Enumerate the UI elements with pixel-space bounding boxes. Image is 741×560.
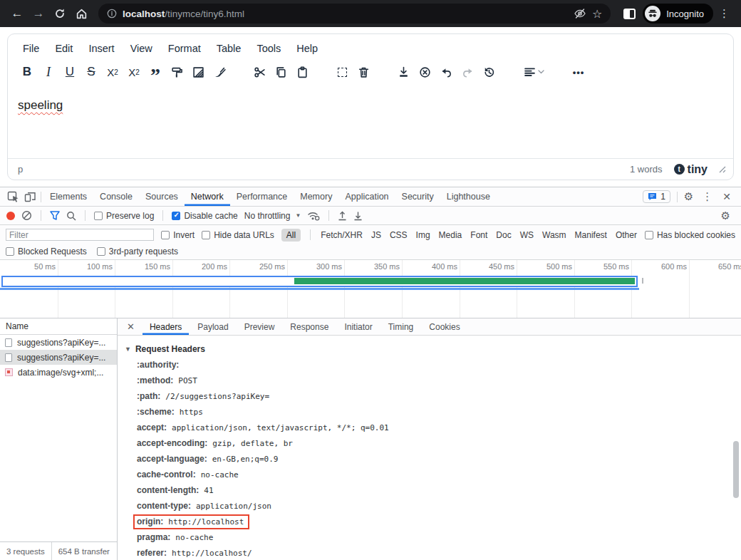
issues-counter[interactable]: 1 <box>643 190 670 203</box>
filter-type-media[interactable]: Media <box>438 229 463 242</box>
devtools-menu-icon[interactable]: ⋮ <box>698 190 717 203</box>
disclosure-triangle-icon[interactable]: ▼ <box>125 346 131 353</box>
tab-preview[interactable]: Preview <box>237 318 282 335</box>
blockquote-button[interactable]: ” <box>145 61 166 83</box>
menu-view[interactable]: View <box>124 40 159 57</box>
redo-button[interactable] <box>457 61 478 83</box>
filter-type-wasm[interactable]: Wasm <box>542 229 567 242</box>
preserve-log-option[interactable]: Preserve log <box>94 211 154 221</box>
tab-security[interactable]: Security <box>395 187 440 206</box>
search-network-icon[interactable] <box>66 211 76 221</box>
bookmark-star-icon[interactable]: ☆ <box>592 7 602 21</box>
filter-type-ws[interactable]: WS <box>519 229 534 242</box>
throttling-dropdown[interactable]: No throttling ▼ <box>244 211 301 221</box>
image-frame-button[interactable] <box>187 61 209 83</box>
disable-cache-option[interactable]: Disable cache <box>172 211 237 221</box>
has-blocked-cookies-checkbox[interactable] <box>645 231 653 239</box>
tiny-branding[interactable]: t tiny <box>674 163 708 176</box>
third-party-requests-option[interactable]: 3rd-party requests <box>97 247 178 256</box>
filter-type-js[interactable]: JS <box>370 229 382 242</box>
close-details-icon[interactable]: ✕ <box>120 321 141 332</box>
reload-icon[interactable] <box>50 4 70 24</box>
tab-application[interactable]: Application <box>338 187 395 206</box>
devtools-settings-icon[interactable]: ⚙ <box>680 190 698 203</box>
network-settings-icon[interactable]: ⚙ <box>717 209 735 222</box>
filter-type-manifest[interactable]: Manifest <box>574 229 608 242</box>
inspect-element-icon[interactable] <box>4 190 21 204</box>
filter-icon[interactable] <box>50 211 60 220</box>
strikethrough-button[interactable]: S <box>81 61 102 83</box>
word-count[interactable]: 1 words <box>630 164 663 175</box>
menu-tools[interactable]: Tools <box>250 40 287 57</box>
side-panel-icon[interactable] <box>623 9 636 19</box>
filter-type-all[interactable]: All <box>281 229 301 242</box>
tab-headers[interactable]: Headers <box>142 318 189 335</box>
bold-button[interactable]: B <box>16 61 38 83</box>
hide-data-urls-option[interactable]: Hide data URLs <box>202 230 274 240</box>
paste-button[interactable] <box>291 61 313 83</box>
request-row-3[interactable]: data:image/svg+xml;... <box>0 365 117 380</box>
home-icon[interactable] <box>71 4 91 24</box>
menu-edit[interactable]: Edit <box>48 40 79 57</box>
menu-format[interactable]: Format <box>162 40 207 57</box>
select-all-button[interactable] <box>331 61 353 83</box>
cut-button[interactable] <box>249 61 270 83</box>
browser-menu-icon[interactable]: ⋮ <box>715 7 734 20</box>
filter-type-other[interactable]: Other <box>615 229 638 242</box>
tab-payload[interactable]: Payload <box>190 318 235 335</box>
network-overview-timeline[interactable]: 50 ms 100 ms 150 ms 200 ms 250 ms 300 ms… <box>0 260 741 318</box>
back-icon[interactable]: ← <box>7 4 27 24</box>
element-path[interactable]: p <box>18 164 23 175</box>
undo-button[interactable] <box>435 61 457 83</box>
editor-content-area[interactable]: speeling <box>8 88 733 158</box>
menu-file[interactable]: File <box>16 40 46 57</box>
tab-console[interactable]: Console <box>93 187 139 206</box>
devtools-close-icon[interactable]: ✕ <box>717 191 737 202</box>
eye-blocked-icon[interactable] <box>574 7 586 20</box>
menu-help[interactable]: Help <box>290 40 324 57</box>
third-party-requests-checkbox[interactable] <box>97 247 105 256</box>
save-button[interactable] <box>393 61 414 83</box>
site-info-icon[interactable] <box>107 9 117 19</box>
filter-input[interactable] <box>6 229 154 241</box>
filter-type-fetch-xhr[interactable]: Fetch/XHR <box>320 229 363 242</box>
tab-cookies[interactable]: Cookies <box>422 318 467 335</box>
request-headers-section[interactable]: ▼ Request Headers <box>125 341 731 357</box>
italic-button[interactable]: I <box>38 61 59 83</box>
filter-type-doc[interactable]: Doc <box>495 229 512 242</box>
superscript-button[interactable]: X2 <box>123 61 145 83</box>
tab-timing[interactable]: Timing <box>381 318 421 335</box>
resize-handle-icon[interactable] <box>719 166 726 173</box>
export-har-icon[interactable] <box>353 211 363 221</box>
device-toolbar-icon[interactable] <box>21 190 38 204</box>
menu-table[interactable]: Table <box>210 40 248 57</box>
align-dropdown-button[interactable] <box>518 61 549 83</box>
overview-selection-window[interactable] <box>1 276 638 287</box>
tab-initiator[interactable]: Initiator <box>337 318 379 335</box>
request-row-2-selected[interactable]: suggestions?apiKey=... <box>0 350 117 365</box>
clear-network-log-icon[interactable] <box>21 210 32 221</box>
menu-insert[interactable]: Insert <box>82 40 120 57</box>
request-list-column-header[interactable]: Name <box>0 318 117 335</box>
remove-button[interactable] <box>353 61 374 83</box>
tab-sources[interactable]: Sources <box>139 187 185 206</box>
restore-draft-button[interactable] <box>478 61 499 83</box>
scrollbar-thumb[interactable] <box>733 441 739 498</box>
misspelled-word[interactable]: speeling <box>18 98 63 112</box>
disable-cache-checkbox[interactable] <box>172 212 180 220</box>
tab-performance[interactable]: Performance <box>230 187 294 206</box>
brush-button[interactable] <box>209 61 230 83</box>
blocked-requests-option[interactable]: Blocked Requests <box>6 247 87 256</box>
underline-button[interactable]: U <box>59 61 81 83</box>
address-bar[interactable]: localhost/tinymce/tiny6.html ☆ <box>98 4 611 24</box>
cancel-button[interactable] <box>414 61 435 83</box>
filter-type-img[interactable]: Img <box>415 229 431 242</box>
filter-type-css[interactable]: CSS <box>389 229 408 242</box>
copy-button[interactable] <box>270 61 291 83</box>
blocked-requests-checkbox[interactable] <box>6 247 14 256</box>
record-network-log-icon[interactable] <box>6 212 15 220</box>
more-toolbar-button[interactable]: ••• <box>568 61 589 83</box>
format-painter-button[interactable] <box>166 61 187 83</box>
forward-icon[interactable]: → <box>28 4 48 24</box>
import-har-icon[interactable] <box>338 211 347 221</box>
